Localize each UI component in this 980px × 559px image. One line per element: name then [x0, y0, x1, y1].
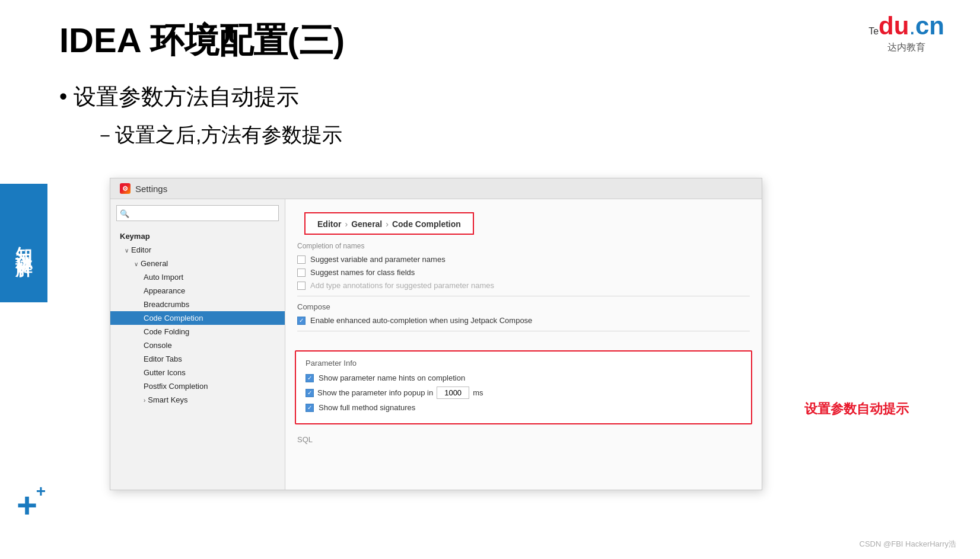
param-popup-label-after: ms	[473, 388, 483, 397]
main-title: IDEA 环境配置(三)	[59, 18, 933, 64]
checkbox-show-param-hints-input[interactable]: ✓	[306, 374, 314, 382]
checkbox-show-full-signatures: ✓ Show full method signatures	[306, 403, 742, 412]
checkbox-suggest-class-fields-label: Suggest names for class fields	[310, 268, 415, 277]
settings-left-panel: 🔍 Keymap ∨Editor ∨General Auto Import Ap…	[110, 199, 285, 490]
plus-icon-area: + +	[17, 488, 37, 523]
param-popup-label-before: Show the parameter info popup in	[317, 388, 433, 397]
sidebar-item-smart-keys[interactable]: ›Smart Keys	[110, 393, 285, 407]
content-section: Completion of names Suggest variable and…	[285, 235, 762, 344]
checkbox-param-popup-input[interactable]: ✓	[306, 389, 314, 397]
breadcrumb-general: General	[351, 219, 382, 229]
completion-of-names-label: Completion of names	[297, 242, 750, 250]
breadcrumb-code-completion: Code Completion	[392, 219, 461, 229]
settings-titlebar: ⚙ Settings	[110, 178, 762, 199]
checkbox-show-full-signatures-label: Show full method signatures	[319, 403, 415, 412]
chevron-editor: ∨	[125, 247, 129, 254]
header: IDEA 环境配置(三) • 设置参数方法自动提示 －设置之后,方法有参数提示	[0, 0, 980, 161]
subtitle-bullet: • 设置参数方法自动提示	[59, 82, 933, 112]
sql-label: SQL	[285, 430, 762, 449]
subtitle-dash: －设置之后,方法有参数提示	[95, 122, 933, 149]
sidebar-item-gutter-icons[interactable]: Gutter Icons	[110, 366, 285, 379]
separator1	[297, 296, 750, 296]
checkbox-show-param-hints-label: Show parameter name hints on completion	[319, 373, 465, 382]
chevron-general: ∨	[134, 261, 138, 267]
chevron-smart-keys: ›	[144, 397, 145, 404]
checkbox-show-param-hints: ✓ Show parameter name hints on completio…	[306, 373, 742, 382]
settings-app-icon: ⚙	[120, 183, 131, 194]
settings-right-panel: Editor › General › Code Completion Compl…	[285, 199, 762, 490]
breadcrumb-sep2: ›	[386, 219, 389, 229]
sidebar-item-editor-tabs[interactable]: Editor Tabs	[110, 352, 285, 366]
checkbox-suggest-variable-input[interactable]	[297, 255, 306, 264]
param-info-title: Parameter Info	[306, 359, 742, 368]
sidebar-item-keymap[interactable]: Keymap	[110, 229, 285, 243]
checkbox-add-type-annotations-label: Add type annotations for suggested param…	[310, 281, 494, 290]
plus-small-icon: +	[36, 483, 46, 500]
annotation-text: 设置参数自动提示	[804, 400, 909, 418]
sidebar-item-code-completion[interactable]: Code Completion	[110, 311, 285, 325]
separator2	[297, 331, 750, 331]
sidebar-item-editor[interactable]: ∨Editor	[110, 243, 285, 257]
sidebar-item-postfix-completion[interactable]: Postfix Completion	[110, 379, 285, 393]
search-icon: 🔍	[120, 209, 129, 218]
settings-title: Settings	[135, 184, 167, 194]
sidebar-item-auto-import[interactable]: Auto Import	[110, 270, 285, 284]
checkbox-compose-jetpack-label: Enable enhanced auto-completion when usi…	[310, 316, 532, 325]
nav-tree: Keymap ∨Editor ∨General Auto Import Appe…	[110, 227, 285, 490]
param-popup-delay-input[interactable]	[437, 386, 469, 399]
watermark: CSDN @FBI HackerHarry浩	[860, 539, 956, 550]
sidebar-item-code-folding[interactable]: Code Folding	[110, 325, 285, 338]
compose-label: Compose	[297, 302, 750, 311]
checkbox-compose-jetpack: ✓ Enable enhanced auto-completion when u…	[297, 316, 750, 325]
checkbox-compose-jetpack-input[interactable]: ✓	[297, 317, 306, 325]
param-popup-row: ✓ Show the parameter info popup in ms	[306, 386, 742, 399]
search-box-container: 🔍	[116, 205, 279, 221]
sidebar-item-appearance[interactable]: Appearance	[110, 284, 285, 298]
checkbox-suggest-class-fields: Suggest names for class fields	[297, 268, 750, 277]
search-input[interactable]	[116, 205, 279, 221]
checkbox-add-type-annotations: Add type annotations for suggested param…	[297, 281, 750, 290]
breadcrumb-bar: Editor › General › Code Completion	[304, 212, 474, 235]
checkbox-show-full-signatures-input[interactable]: ✓	[306, 404, 314, 412]
settings-dialog: ⚙ Settings 🔍 Keymap ∨Editor ∨General Aut…	[110, 178, 762, 490]
sidebar-item-console[interactable]: Console	[110, 338, 285, 352]
breadcrumb-editor: Editor	[317, 219, 341, 229]
breadcrumb-sep1: ›	[345, 219, 348, 229]
left-accent-text: 知识讲解	[14, 234, 34, 253]
checkbox-suggest-variable-label: Suggest variable and parameter names	[310, 255, 446, 264]
settings-body: 🔍 Keymap ∨Editor ∨General Auto Import Ap…	[110, 199, 762, 490]
checkbox-suggest-class-fields-input[interactable]	[297, 269, 306, 277]
parameter-info-box: Parameter Info ✓ Show parameter name hin…	[295, 350, 752, 424]
left-accent-bar: 知识讲解	[0, 184, 47, 302]
sidebar-item-general[interactable]: ∨General	[110, 257, 285, 270]
checkbox-add-type-annotations-input[interactable]	[297, 282, 306, 290]
sidebar-item-breadcrumbs[interactable]: Breadcrumbs	[110, 298, 285, 311]
checkbox-suggest-variable: Suggest variable and parameter names	[297, 255, 750, 264]
plus-icon: + +	[17, 488, 37, 523]
